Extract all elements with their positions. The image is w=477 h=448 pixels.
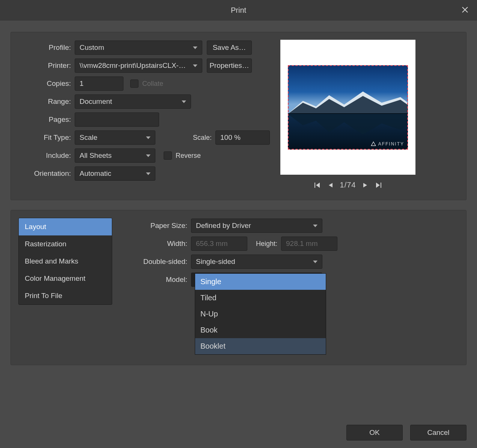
preview-pager: 1/74 — [314, 181, 382, 189]
affinity-watermark: AFFINITY — [371, 141, 404, 147]
model-label: Model: — [127, 276, 191, 284]
pages-input[interactable] — [75, 112, 159, 127]
sidebar-item-layout[interactable]: Layout — [19, 218, 112, 235]
next-page-button[interactable] — [363, 182, 369, 188]
skip-last-icon — [375, 182, 382, 189]
preview-column: AFFINITY 1/74 — [280, 40, 415, 189]
copies-label: Copies: — [18, 79, 75, 88]
svg-rect-9 — [314, 183, 315, 188]
model-dropdown-list[interactable]: Single Tiled N-Up Book Booklet — [195, 273, 326, 355]
print-form: Profile: Custom Save As… Printer: \\vmw2… — [18, 40, 270, 189]
range-label: Range: — [18, 97, 75, 106]
properties-button[interactable]: Properties… — [207, 58, 252, 73]
save-as-button[interactable]: Save As… — [207, 40, 252, 55]
cancel-button[interactable]: Cancel — [410, 425, 466, 441]
collate-label: Collate — [142, 80, 163, 88]
include-dropdown[interactable]: All Sheets — [75, 148, 155, 163]
double-sided-label: Double-sided: — [127, 258, 191, 266]
orientation-label: Orientation: — [18, 169, 75, 178]
profile-label: Profile: — [18, 43, 75, 52]
collate-checkbox — [130, 79, 138, 88]
model-option-book[interactable]: Book — [195, 322, 326, 338]
print-options-panel: Profile: Custom Save As… Printer: \\vmw2… — [11, 32, 466, 200]
height-label: Height: — [247, 240, 281, 248]
first-page-button[interactable] — [314, 182, 321, 189]
model-option-booklet[interactable]: Booklet — [195, 338, 326, 354]
svg-marker-11 — [329, 183, 333, 187]
svg-marker-10 — [316, 183, 320, 188]
fit-type-dropdown[interactable]: Scale — [75, 130, 155, 145]
sidebar-item-bleed-marks[interactable]: Bleed and Marks — [19, 253, 112, 270]
page-indicator: 1/74 — [340, 181, 356, 189]
layout-settings-panel: Layout Rasterization Bleed and Marks Col… — [11, 210, 466, 365]
dialog-title: Print — [231, 6, 246, 15]
preview-svg — [288, 65, 408, 150]
range-dropdown[interactable]: Document — [75, 94, 191, 109]
double-sided-dropdown[interactable]: Single-sided — [191, 255, 322, 269]
dialog-footer: OK Cancel — [346, 425, 466, 441]
close-button[interactable] — [458, 3, 472, 16]
svg-rect-14 — [381, 183, 381, 188]
prev-page-button[interactable] — [327, 182, 333, 188]
scale-label: Scale: — [155, 134, 215, 142]
pages-label: Pages: — [18, 115, 75, 124]
settings-sidebar: Layout Rasterization Bleed and Marks Col… — [18, 218, 112, 305]
preview-image: AFFINITY — [288, 65, 408, 150]
titlebar: Print — [0, 0, 477, 21]
preview-paper: AFFINITY — [280, 40, 415, 175]
last-page-button[interactable] — [375, 182, 382, 189]
sidebar-item-rasterization[interactable]: Rasterization — [19, 235, 112, 253]
width-input: 656.3 mm — [191, 237, 247, 251]
height-input: 928.1 mm — [281, 237, 337, 251]
svg-marker-12 — [363, 183, 367, 187]
next-icon — [363, 182, 369, 188]
skip-first-icon — [314, 182, 321, 189]
paper-size-dropdown[interactable]: Defined by Driver — [191, 219, 322, 233]
orientation-dropdown[interactable]: Automatic — [75, 166, 155, 181]
svg-marker-8 — [371, 142, 376, 146]
reverse-checkbox[interactable] — [164, 151, 172, 160]
svg-marker-13 — [376, 183, 380, 188]
printer-label: Printer: — [18, 61, 75, 70]
affinity-logo-icon — [371, 141, 376, 147]
width-label: Width: — [127, 240, 191, 248]
prev-icon — [327, 182, 333, 188]
paper-size-label: Paper Size: — [127, 222, 191, 230]
scale-input[interactable]: 100 % — [215, 130, 270, 145]
ok-button[interactable]: OK — [346, 425, 403, 441]
model-option-nup[interactable]: N-Up — [195, 306, 326, 322]
reverse-label: Reverse — [176, 152, 201, 160]
copies-input[interactable]: 1 — [75, 76, 123, 91]
fit-type-label: Fit Type: — [18, 133, 75, 142]
sidebar-item-color-management[interactable]: Color Management — [19, 270, 112, 287]
model-option-single[interactable]: Single — [195, 274, 326, 290]
model-option-tiled[interactable]: Tiled — [195, 290, 326, 306]
profile-dropdown[interactable]: Custom — [75, 40, 202, 55]
close-icon — [462, 7, 468, 13]
sidebar-item-print-to-file[interactable]: Print To File — [19, 287, 112, 304]
include-label: Include: — [18, 151, 75, 160]
printer-dropdown[interactable]: \\vmw28cmr-print\UpstairsCLX-9251 — [75, 58, 202, 73]
